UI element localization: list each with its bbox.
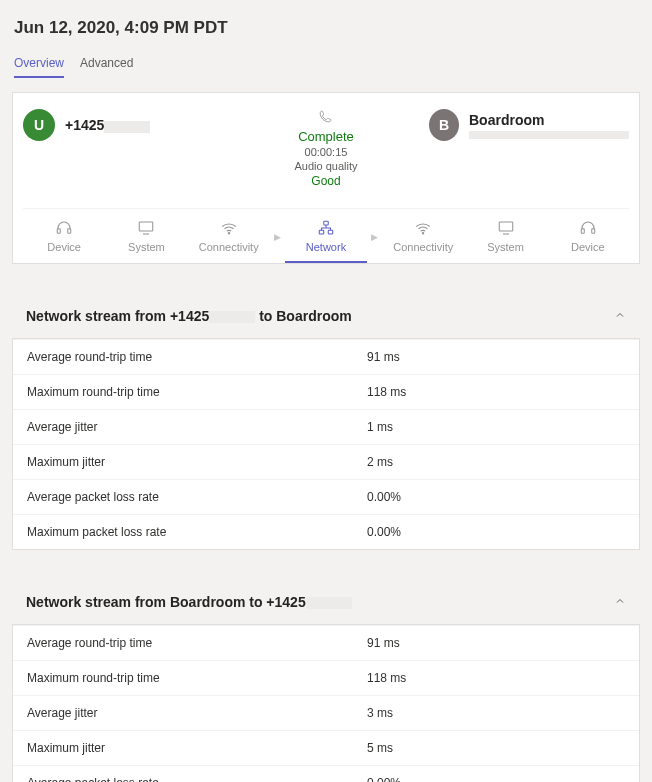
table-row: Average packet loss rate0.00% [13,479,639,514]
metric-value: 5 ms [367,741,393,755]
svg-rect-4 [324,221,329,225]
page-title: Jun 12, 2020, 4:09 PM PDT [14,18,640,38]
metric-key: Average packet loss rate [27,490,367,504]
svg-point-3 [228,233,230,235]
caller: U +1425 [23,109,223,141]
audio-quality-value: Good [311,174,340,188]
callee-name: Boardroom [469,112,629,128]
metric-value: 118 ms [367,385,406,399]
metric-key: Maximum round-trip time [27,385,367,399]
metric-key: Maximum packet loss rate [27,525,367,539]
metric-key: Average jitter [27,420,367,434]
flow-device-right[interactable]: Device [547,219,629,263]
redacted-text [469,131,629,139]
metric-value: 118 ms [367,671,406,685]
metric-value: 2 ms [367,455,393,469]
flow-label: System [487,241,524,253]
table-row: Maximum jitter5 ms [13,730,639,765]
callee: B Boardroom [429,109,629,141]
svg-rect-2 [140,222,154,231]
metric-key: Average round-trip time [27,636,367,650]
metric-value: 91 ms [367,350,400,364]
svg-rect-8 [499,222,513,231]
tabs: Overview Advanced [14,56,640,78]
svg-rect-10 [592,229,595,234]
flow-label: Connectivity [199,241,259,253]
redacted-text [104,121,150,133]
metric-key: Maximum jitter [27,741,367,755]
chevron-up-icon [614,595,626,610]
table-row: Average jitter1 ms [13,409,639,444]
svg-rect-1 [68,229,71,234]
metrics-table: Average round-trip time91 msMaximum roun… [12,624,640,782]
table-row: Average packet loss rate0.00% [13,765,639,782]
table-row: Average round-trip time91 ms [13,625,639,660]
phone-icon [319,109,333,125]
table-row: Maximum round-trip time118 ms [13,374,639,409]
tab-overview[interactable]: Overview [14,56,64,78]
call-summary-card: U +1425 Complete 00:00:15 Audio quality … [12,92,640,264]
svg-rect-5 [319,230,324,234]
metric-key: Maximum round-trip time [27,671,367,685]
quality-flow: Device System Connectivity ▶ Network ▶ C… [23,208,629,263]
svg-point-7 [423,233,425,235]
metric-key: Average round-trip time [27,350,367,364]
callee-avatar: B [429,109,459,141]
table-row: Maximum round-trip time118 ms [13,660,639,695]
audio-quality-label: Audio quality [295,160,358,172]
flow-connectivity-left[interactable]: Connectivity [188,219,270,263]
metric-value: 0.00% [367,776,401,782]
call-status: Complete 00:00:15 Audio quality Good [223,109,429,188]
metric-key: Average jitter [27,706,367,720]
table-row: Average jitter3 ms [13,695,639,730]
flow-label: System [128,241,165,253]
arrow-right-icon: ▶ [367,232,382,250]
section-title: Network stream from +1425 to Boardroom [26,308,352,324]
metric-value: 0.00% [367,490,401,504]
section-header[interactable]: Network stream from Boardroom to +1425 [12,580,640,624]
flow-system-left[interactable]: System [105,219,187,263]
metric-value: 3 ms [367,706,393,720]
chevron-up-icon [614,309,626,324]
arrow-right-icon: ▶ [270,232,285,250]
flow-system-right[interactable]: System [464,219,546,263]
flow-label: Device [571,241,605,253]
svg-rect-9 [581,229,584,234]
flow-label: Connectivity [393,241,453,253]
flow-device-left[interactable]: Device [23,219,105,263]
tab-advanced[interactable]: Advanced [80,56,133,78]
metric-value: 1 ms [367,420,393,434]
table-row: Average round-trip time91 ms [13,339,639,374]
flow-connectivity-right[interactable]: Connectivity [382,219,464,263]
table-row: Maximum jitter2 ms [13,444,639,479]
table-row: Maximum packet loss rate0.00% [13,514,639,549]
flow-label: Network [306,241,346,253]
flow-label: Device [47,241,81,253]
call-parties: U +1425 Complete 00:00:15 Audio quality … [23,109,629,188]
svg-rect-6 [328,230,333,234]
metric-value: 0.00% [367,525,401,539]
caller-avatar: U [23,109,55,141]
caller-name: +1425 [65,117,104,133]
section-title: Network stream from Boardroom to +1425 [26,594,352,610]
redacted-text [306,597,352,609]
call-status-label: Complete [298,129,354,144]
call-duration: 00:00:15 [305,146,348,158]
metric-key: Average packet loss rate [27,776,367,782]
svg-rect-0 [57,229,60,234]
flow-network[interactable]: Network [285,219,367,263]
metric-key: Maximum jitter [27,455,367,469]
redacted-text [209,311,255,323]
section-header[interactable]: Network stream from +1425 to Boardroom [12,294,640,338]
metrics-table: Average round-trip time91 msMaximum roun… [12,338,640,550]
metric-value: 91 ms [367,636,400,650]
